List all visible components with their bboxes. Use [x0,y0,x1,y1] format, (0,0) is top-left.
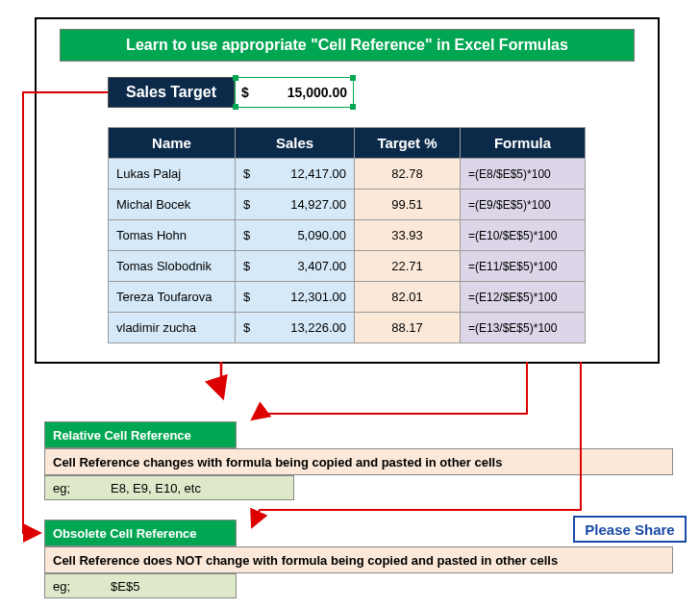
cell-sales[interactable]: $3,407.00 [236,251,355,282]
cell-sales[interactable]: $12,417.00 [236,159,355,190]
sales-target-label: Sales Target [108,77,235,108]
cell-formula[interactable]: =(E12/$E$5)*100 [461,282,586,313]
sales-target-cell[interactable]: $ 15,000.00 [235,77,354,108]
cell-target[interactable]: 82.78 [355,159,461,190]
table-row: Lukas Palaj$12,417.0082.78=(E8/$E$5)*100 [109,159,586,190]
obsolete-desc: Cell Reference does NOT change with form… [44,546,673,573]
header-sales: Sales [236,128,355,159]
table-header-row: Name Sales Target % Formula [109,128,586,159]
table-row: Tereza Toufarova$12,301.0082.01=(E12/$E$… [109,282,586,313]
cell-formula[interactable]: =(E9/$E$5)*100 [461,190,586,220]
table-row: Michal Bocek$14,927.0099.51=(E9/$E$5)*10… [109,190,586,220]
cell-name[interactable]: Tereza Toufarova [109,282,236,313]
cell-name[interactable]: Lukas Palaj [109,159,236,190]
sales-table: Name Sales Target % Formula Lukas Palaj$… [108,127,586,343]
selection-handle-icon [233,75,238,81]
header-name: Name [109,128,236,159]
obsolete-example: eg; $E$5 [44,573,237,598]
currency-symbol: $ [241,85,249,100]
cell-name[interactable]: Tomas Hohn [109,220,236,251]
cell-sales[interactable]: $12,301.00 [236,282,355,313]
relative-desc: Cell Reference changes with formula bein… [44,448,673,475]
sales-target-value: 15,000.00 [249,85,347,100]
cell-target[interactable]: 88.17 [355,313,461,343]
cell-sales[interactable]: $13,226.00 [236,313,355,343]
selection-handle-icon [233,104,238,110]
cell-formula[interactable]: =(E11/$E$5)*100 [461,251,586,282]
eg-label: eg; [53,481,111,495]
header-target: Target % [355,128,461,159]
cell-formula[interactable]: =(E13/$E$5)*100 [461,313,586,343]
relative-example: eg; E8, E9, E10, etc [44,475,294,500]
eg-value: $E$5 [111,579,139,594]
selection-handle-icon [350,104,356,110]
cell-formula[interactable]: =(E10/$E$5)*100 [461,220,586,251]
relative-header: Relative Cell Reference [44,421,237,448]
cell-name[interactable]: vladimir zucha [109,313,236,343]
table-row: Tomas Hohn$5,090.0033.93=(E10/$E$5)*100 [109,220,586,251]
cell-target[interactable]: 82.01 [355,282,461,313]
cell-name[interactable]: Tomas Slobodnik [109,251,236,282]
cell-formula[interactable]: =(E8/$E$5)*100 [461,159,586,190]
please-share-button[interactable]: Please Share [573,516,687,543]
table-row: vladimir zucha$13,226.0088.17=(E13/$E$5)… [109,313,586,343]
eg-label: eg; [53,579,111,594]
page-title: Learn to use appropriate "Cell Reference… [60,29,635,62]
cell-sales[interactable]: $14,927.00 [236,190,355,220]
cell-name[interactable]: Michal Bocek [109,190,236,220]
obsolete-header: Obsolete Cell Reference [44,520,237,546]
table-row: Tomas Slobodnik$3,407.0022.71=(E11/$E$5)… [109,251,586,282]
cell-target[interactable]: 99.51 [355,190,461,220]
selection-handle-icon [350,75,356,81]
cell-target[interactable]: 22.71 [355,251,461,282]
header-formula: Formula [461,128,586,159]
cell-sales[interactable]: $5,090.00 [236,220,355,251]
eg-value: E8, E9, E10, etc [111,481,201,495]
cell-target[interactable]: 33.93 [355,220,461,251]
